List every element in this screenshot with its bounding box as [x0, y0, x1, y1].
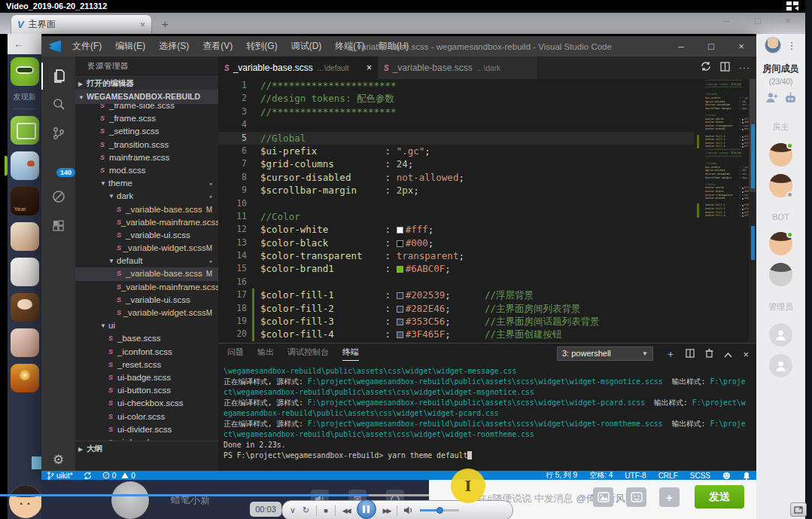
profile-avatar[interactable]: [765, 37, 781, 53]
room-icon[interactable]: [11, 151, 39, 180]
more-actions-icon[interactable]: ···: [739, 63, 750, 73]
editor-scrollbar[interactable]: [749, 79, 756, 343]
tab-close-icon[interactable]: ×: [140, 20, 145, 30]
menu-item[interactable]: 转到(G): [241, 38, 282, 54]
app-maximize-button[interactable]: □: [747, 15, 769, 26]
stop-icon[interactable]: ■: [324, 507, 327, 514]
branch-indicator[interactable]: uikit*: [47, 472, 73, 480]
minimap[interactable]: //**********************//design tokens:…: [694, 79, 749, 343]
menu-item[interactable]: 文件(F): [67, 38, 107, 54]
volume-icon[interactable]: [404, 504, 413, 517]
menu-item[interactable]: 编辑(E): [110, 38, 151, 54]
tree-file[interactable]: S_frame-side.scss: [75, 104, 218, 112]
sync-changes-icon[interactable]: [701, 61, 711, 75]
new-terminal-icon[interactable]: ＋: [665, 347, 675, 361]
room-icon[interactable]: [11, 116, 39, 145]
problems-indicator[interactable]: 0 0: [102, 472, 135, 480]
menu-item[interactable]: 查看(V): [197, 38, 238, 54]
tree-file[interactable]: S_variable-mainframe.scssM: [75, 216, 218, 229]
terminal-shell-select[interactable]: 3: powershell▼: [557, 347, 653, 361]
vscode-minimize-button[interactable]: –: [666, 41, 696, 52]
room-icon[interactable]: [11, 293, 39, 322]
extensions-icon[interactable]: [41, 213, 75, 240]
debug-icon[interactable]: [41, 183, 75, 210]
menu-item[interactable]: 调试(D): [286, 38, 327, 54]
bot-icon[interactable]: [784, 92, 797, 106]
tree-file[interactable]: Sui-checkbox.scss: [75, 397, 218, 410]
seek-bar-rest[interactable]: [369, 494, 429, 496]
tree-file[interactable]: Sui-badge.scss: [75, 371, 218, 384]
loop-icon[interactable]: ↻: [303, 505, 309, 515]
pause-button[interactable]: [357, 499, 376, 519]
tree-file[interactable]: Sui-divider.scss: [75, 423, 218, 436]
new-tab-button[interactable]: +: [162, 17, 169, 30]
tree-file[interactable]: S_base.scss: [75, 332, 218, 345]
tree-folder[interactable]: ▼dark●: [75, 190, 218, 203]
status-item[interactable]: 空格: 4: [589, 470, 613, 481]
tree-file[interactable]: Smainframe.scss: [75, 151, 218, 164]
tree-folder[interactable]: ▼default●: [75, 255, 218, 267]
member-avatar[interactable]: [769, 263, 792, 286]
tree-file[interactable]: S_transition.scss: [75, 139, 218, 151]
add-attachment-icon[interactable]: +: [659, 487, 680, 507]
room-icon[interactable]: [11, 57, 39, 86]
split-terminal-icon[interactable]: [686, 349, 695, 360]
outline-section[interactable]: ▶大纲: [75, 441, 218, 455]
workspace-root[interactable]: ▼WEGAMESANDBOX-REBUILD: [75, 90, 218, 104]
upload-image-icon[interactable]: [593, 487, 613, 507]
sync-indicator[interactable]: [84, 472, 92, 480]
vscode-maximize-button[interactable]: □: [696, 41, 726, 52]
split-editor-icon[interactable]: [720, 61, 730, 75]
room-icon[interactable]: [11, 328, 39, 357]
tree-file[interactable]: S_setting.scss: [75, 125, 218, 138]
send-button[interactable]: 发送: [695, 485, 744, 508]
tree-file[interactable]: S_variable-widget.scssM: [75, 307, 218, 319]
status-item[interactable]: UTF-8: [625, 472, 646, 480]
back-arrow-icon[interactable]: ←: [8, 34, 41, 54]
app-minimize-button[interactable]: –: [715, 15, 737, 26]
member-avatar[interactable]: [769, 323, 792, 347]
user-avatar[interactable]: [9, 485, 42, 518]
player-layout-icon[interactable]: [786, 2, 798, 11]
status-item[interactable]: CRLF: [658, 472, 678, 480]
code-editor[interactable]: 1//**********************2//design token…: [218, 79, 694, 343]
explorer-icon[interactable]: [41, 63, 75, 90]
chat-user-avatar[interactable]: [111, 481, 149, 519]
member-avatar[interactable]: [769, 232, 792, 255]
panel-tab[interactable]: 输出: [257, 347, 274, 361]
room-icon[interactable]: [11, 364, 39, 392]
tree-file[interactable]: S_variable-base.scssM: [75, 203, 218, 216]
room-icon[interactable]: [11, 222, 39, 251]
room-icon[interactable]: [11, 258, 39, 286]
panel-tab[interactable]: 问题: [227, 347, 244, 361]
tree-file[interactable]: Smod.scss: [75, 164, 218, 177]
settings-gear-icon[interactable]: ⚙: [41, 452, 75, 468]
kill-terminal-icon[interactable]: [705, 349, 713, 360]
close-panel-icon[interactable]: ×: [743, 349, 749, 360]
tree-file[interactable]: S_variable-ui.scss: [75, 294, 218, 307]
notifications-bell-icon[interactable]: [743, 472, 750, 480]
panel-tab[interactable]: 调试控制台: [287, 347, 329, 361]
room-icon[interactable]: [11, 187, 39, 215]
fullscreen-button[interactable]: [790, 502, 807, 517]
menu-item[interactable]: 选择(S): [154, 38, 194, 54]
more-menu-icon[interactable]: ⋮: [787, 40, 798, 51]
app-close-button[interactable]: ×: [777, 15, 799, 26]
status-item[interactable]: 行 5, 列 9: [546, 470, 577, 481]
tree-file[interactable]: S_variable-mainframe.scssM: [75, 281, 218, 294]
emoji-icon[interactable]: [626, 487, 646, 507]
maximize-panel-icon[interactable]: [724, 349, 732, 360]
source-control-icon[interactable]: [41, 120, 75, 147]
rewind-icon[interactable]: ◀◀: [342, 507, 350, 514]
member-avatar[interactable]: [769, 143, 792, 166]
fast-forward-icon[interactable]: ▶▶: [383, 507, 391, 514]
search-icon[interactable]: [41, 91, 75, 118]
add-member-icon[interactable]: [765, 92, 778, 106]
tree-file[interactable]: S_variable-base.scssM: [75, 267, 218, 280]
editor-tab-default[interactable]: S _variable-base.scss …\default ×: [218, 56, 378, 79]
tree-folder[interactable]: ▼ui: [75, 319, 218, 332]
tab-close-icon[interactable]: ×: [366, 63, 372, 73]
playlist-icon[interactable]: ∨: [290, 505, 296, 515]
tree-file[interactable]: S_iconfont.scss: [75, 346, 218, 359]
tree-file[interactable]: S_reset.scss: [75, 359, 218, 371]
